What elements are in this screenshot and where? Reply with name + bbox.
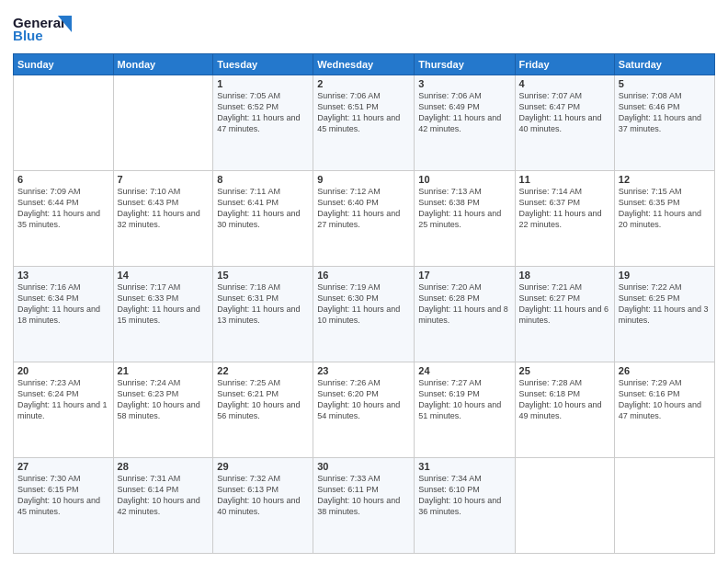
day-number: 13	[17, 270, 109, 281]
calendar-cell: 3Sunrise: 7:06 AM Sunset: 6:49 PM Daylig…	[415, 75, 515, 171]
day-number: 18	[519, 270, 610, 281]
week-row-3: 13Sunrise: 7:16 AM Sunset: 6:34 PM Dayli…	[14, 267, 715, 362]
calendar-cell: 1Sunrise: 7:05 AM Sunset: 6:52 PM Daylig…	[213, 75, 313, 171]
day-number: 21	[118, 365, 210, 376]
day-info: Sunrise: 7:15 AM Sunset: 6:35 PM Dayligh…	[619, 186, 711, 231]
day-number: 1	[217, 78, 309, 89]
calendar-cell: 11Sunrise: 7:14 AM Sunset: 6:37 PM Dayli…	[515, 171, 614, 267]
col-header-sunday: Sunday	[14, 54, 114, 75]
day-info: Sunrise: 7:24 AM Sunset: 6:23 PM Dayligh…	[118, 377, 210, 422]
day-info: Sunrise: 7:10 AM Sunset: 6:43 PM Dayligh…	[118, 186, 210, 231]
calendar-cell: 28Sunrise: 7:31 AM Sunset: 6:14 PM Dayli…	[113, 458, 213, 554]
col-header-wednesday: Wednesday	[313, 54, 415, 75]
day-info: Sunrise: 7:09 AM Sunset: 6:44 PM Dayligh…	[17, 186, 109, 231]
day-number: 19	[619, 270, 711, 281]
calendar-cell	[113, 75, 213, 171]
calendar-cell: 29Sunrise: 7:32 AM Sunset: 6:13 PM Dayli…	[213, 458, 313, 554]
day-info: Sunrise: 7:06 AM Sunset: 6:49 PM Dayligh…	[418, 90, 510, 135]
week-row-2: 6Sunrise: 7:09 AM Sunset: 6:44 PM Daylig…	[14, 171, 715, 267]
calendar-cell: 14Sunrise: 7:17 AM Sunset: 6:33 PM Dayli…	[113, 267, 213, 362]
day-info: Sunrise: 7:28 AM Sunset: 6:18 PM Dayligh…	[519, 377, 610, 422]
day-info: Sunrise: 7:12 AM Sunset: 6:40 PM Dayligh…	[317, 186, 410, 231]
day-number: 9	[317, 174, 410, 185]
calendar-cell: 7Sunrise: 7:10 AM Sunset: 6:43 PM Daylig…	[113, 171, 213, 267]
day-number: 14	[118, 270, 210, 281]
day-number: 27	[17, 461, 109, 472]
day-number: 11	[519, 174, 610, 185]
day-info: Sunrise: 7:18 AM Sunset: 6:31 PM Dayligh…	[217, 282, 309, 327]
calendar-cell: 25Sunrise: 7:28 AM Sunset: 6:18 PM Dayli…	[515, 362, 614, 458]
page: General Blue SundayMondayTuesdayWednesda…	[0, 0, 728, 563]
day-info: Sunrise: 7:16 AM Sunset: 6:34 PM Dayligh…	[17, 282, 109, 327]
logo: General Blue	[13, 9, 86, 46]
day-number: 30	[317, 461, 410, 472]
day-info: Sunrise: 7:30 AM Sunset: 6:15 PM Dayligh…	[17, 473, 109, 518]
calendar-cell: 16Sunrise: 7:19 AM Sunset: 6:30 PM Dayli…	[313, 267, 415, 362]
calendar-cell: 24Sunrise: 7:27 AM Sunset: 6:19 PM Dayli…	[415, 362, 515, 458]
day-info: Sunrise: 7:34 AM Sunset: 6:10 PM Dayligh…	[418, 473, 510, 518]
calendar-cell: 20Sunrise: 7:23 AM Sunset: 6:24 PM Dayli…	[14, 362, 114, 458]
calendar-cell: 6Sunrise: 7:09 AM Sunset: 6:44 PM Daylig…	[14, 171, 114, 267]
col-header-tuesday: Tuesday	[213, 54, 313, 75]
day-info: Sunrise: 7:22 AM Sunset: 6:25 PM Dayligh…	[619, 282, 711, 327]
calendar-cell: 27Sunrise: 7:30 AM Sunset: 6:15 PM Dayli…	[14, 458, 114, 554]
day-number: 6	[17, 174, 109, 185]
day-number: 24	[418, 365, 510, 376]
calendar-cell: 10Sunrise: 7:13 AM Sunset: 6:38 PM Dayli…	[415, 171, 515, 267]
day-info: Sunrise: 7:27 AM Sunset: 6:19 PM Dayligh…	[418, 377, 510, 422]
calendar-cell: 18Sunrise: 7:21 AM Sunset: 6:27 PM Dayli…	[515, 267, 614, 362]
day-info: Sunrise: 7:26 AM Sunset: 6:20 PM Dayligh…	[317, 377, 410, 422]
calendar-cell: 5Sunrise: 7:08 AM Sunset: 6:46 PM Daylig…	[614, 75, 714, 171]
calendar-cell	[515, 458, 614, 554]
day-number: 10	[418, 174, 510, 185]
logo-image: General Blue	[13, 9, 86, 46]
day-number: 16	[317, 270, 410, 281]
day-info: Sunrise: 7:23 AM Sunset: 6:24 PM Dayligh…	[17, 377, 109, 422]
day-info: Sunrise: 7:31 AM Sunset: 6:14 PM Dayligh…	[118, 473, 210, 518]
day-info: Sunrise: 7:21 AM Sunset: 6:27 PM Dayligh…	[519, 282, 610, 327]
calendar-cell: 9Sunrise: 7:12 AM Sunset: 6:40 PM Daylig…	[313, 171, 415, 267]
week-row-4: 20Sunrise: 7:23 AM Sunset: 6:24 PM Dayli…	[14, 362, 715, 458]
day-number: 4	[519, 78, 610, 89]
day-number: 25	[519, 365, 610, 376]
day-info: Sunrise: 7:05 AM Sunset: 6:52 PM Dayligh…	[217, 90, 309, 135]
calendar-cell: 4Sunrise: 7:07 AM Sunset: 6:47 PM Daylig…	[515, 75, 614, 171]
day-number: 7	[118, 174, 210, 185]
day-number: 2	[317, 78, 410, 89]
calendar-cell: 21Sunrise: 7:24 AM Sunset: 6:23 PM Dayli…	[113, 362, 213, 458]
col-header-monday: Monday	[113, 54, 213, 75]
calendar-cell: 8Sunrise: 7:11 AM Sunset: 6:41 PM Daylig…	[213, 171, 313, 267]
day-info: Sunrise: 7:33 AM Sunset: 6:11 PM Dayligh…	[317, 473, 410, 518]
day-number: 3	[418, 78, 510, 89]
day-number: 26	[619, 365, 711, 376]
calendar-cell: 31Sunrise: 7:34 AM Sunset: 6:10 PM Dayli…	[415, 458, 515, 554]
day-info: Sunrise: 7:07 AM Sunset: 6:47 PM Dayligh…	[519, 90, 610, 135]
day-number: 22	[217, 365, 309, 376]
day-info: Sunrise: 7:17 AM Sunset: 6:33 PM Dayligh…	[118, 282, 210, 327]
calendar-cell: 15Sunrise: 7:18 AM Sunset: 6:31 PM Dayli…	[213, 267, 313, 362]
day-info: Sunrise: 7:19 AM Sunset: 6:30 PM Dayligh…	[317, 282, 410, 327]
calendar-table: SundayMondayTuesdayWednesdayThursdayFrid…	[13, 53, 715, 554]
day-number: 29	[217, 461, 309, 472]
day-info: Sunrise: 7:14 AM Sunset: 6:37 PM Dayligh…	[519, 186, 610, 231]
day-info: Sunrise: 7:20 AM Sunset: 6:28 PM Dayligh…	[418, 282, 510, 327]
calendar-cell: 30Sunrise: 7:33 AM Sunset: 6:11 PM Dayli…	[313, 458, 415, 554]
col-header-thursday: Thursday	[415, 54, 515, 75]
calendar-cell	[614, 458, 714, 554]
calendar-cell	[14, 75, 114, 171]
col-header-saturday: Saturday	[614, 54, 714, 75]
calendar-cell: 26Sunrise: 7:29 AM Sunset: 6:16 PM Dayli…	[614, 362, 714, 458]
header: General Blue	[13, 9, 715, 46]
day-info: Sunrise: 7:11 AM Sunset: 6:41 PM Dayligh…	[217, 186, 309, 231]
day-number: 15	[217, 270, 309, 281]
day-info: Sunrise: 7:32 AM Sunset: 6:13 PM Dayligh…	[217, 473, 309, 518]
calendar-cell: 17Sunrise: 7:20 AM Sunset: 6:28 PM Dayli…	[415, 267, 515, 362]
day-info: Sunrise: 7:13 AM Sunset: 6:38 PM Dayligh…	[418, 186, 510, 231]
week-row-5: 27Sunrise: 7:30 AM Sunset: 6:15 PM Dayli…	[14, 458, 715, 554]
calendar-cell: 2Sunrise: 7:06 AM Sunset: 6:51 PM Daylig…	[313, 75, 415, 171]
day-info: Sunrise: 7:25 AM Sunset: 6:21 PM Dayligh…	[217, 377, 309, 422]
calendar-cell: 19Sunrise: 7:22 AM Sunset: 6:25 PM Dayli…	[614, 267, 714, 362]
day-number: 20	[17, 365, 109, 376]
day-number: 23	[317, 365, 410, 376]
svg-text:Blue: Blue	[13, 28, 43, 43]
